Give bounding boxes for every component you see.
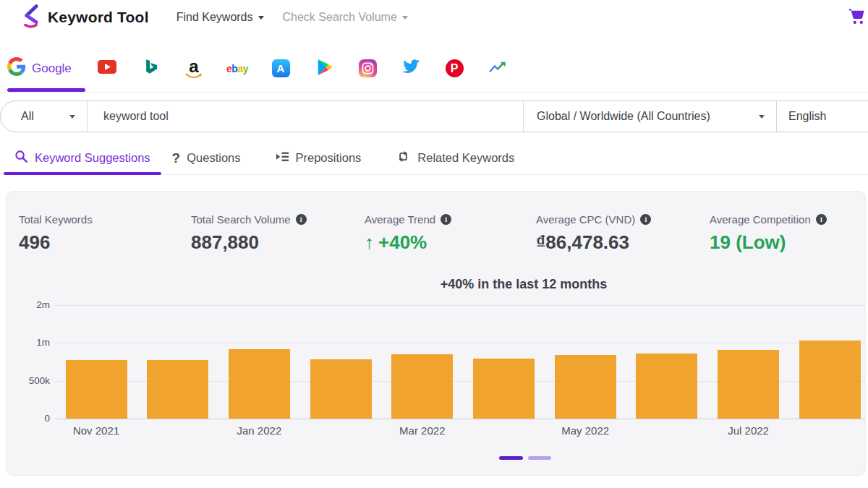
bar-nov-2021[interactable] (66, 360, 127, 419)
stat-label: Total Keywords (19, 213, 93, 226)
gridline-0 (55, 419, 865, 419)
top-header: Keyword Tool Find Keywords Check Search … (0, 0, 868, 35)
google-play-icon (316, 59, 332, 79)
chevron-down-icon (402, 16, 408, 20)
stat-value: 19 (Low) (710, 231, 786, 254)
active-tab-underline (7, 88, 85, 92)
stat-average-trend: Average Trendi↑+40% (365, 213, 451, 254)
platform-tab-amazon[interactable]: a (172, 50, 216, 87)
stat-value: ₫86,478.63 (536, 231, 629, 254)
x-axis-tick: Jan 2022 (219, 424, 299, 437)
tab-prepositions[interactable]: Prepositions (265, 142, 373, 174)
stat-value: +40% (378, 231, 427, 254)
x-axis-tick: Jul 2022 (709, 424, 788, 437)
platform-tab-bar: Google a ebay A (0, 35, 868, 93)
platform-tab-google-play[interactable] (302, 50, 346, 87)
nav-find-keywords[interactable]: Find Keywords (176, 11, 264, 24)
carousel-dot-active[interactable] (499, 456, 523, 460)
gridline-2m (55, 305, 865, 306)
bar-feb-2022[interactable] (310, 359, 372, 419)
x-axis-tick: Nov 2021 (56, 424, 136, 437)
bar-dec-2021[interactable] (147, 360, 208, 419)
stat-label: Average Trend (365, 213, 435, 226)
ebay-icon: ebay (226, 63, 248, 74)
tab-questions[interactable]: ? Questions (161, 142, 252, 174)
y-axis-tick: 2m (12, 299, 50, 310)
trend-up-arrow-icon: ↑ (365, 231, 374, 254)
bar-aug-2022[interactable] (799, 341, 861, 419)
bar-mar-2022[interactable] (391, 354, 453, 419)
chart-title: +40% in the last 12 months (7, 277, 866, 292)
prepositions-list-icon (276, 151, 289, 166)
carousel-dots (499, 456, 551, 460)
chevron-down-icon (69, 115, 75, 119)
nav-check-search-volume[interactable]: Check Search Volume (283, 11, 408, 24)
info-icon[interactable]: i (640, 214, 651, 225)
keyword-input-wrap (88, 101, 523, 132)
youtube-icon (98, 60, 116, 77)
info-icon[interactable]: i (296, 214, 307, 225)
stat-average-cpc-vnd: Average CPC (VND)i₫86,478.63 (536, 213, 651, 254)
stat-total-search-volume: Total Search Volumei887,880 (191, 213, 307, 254)
stat-average-competition: Average Competitioni19 (Low) (710, 213, 827, 254)
twitter-icon (402, 59, 420, 77)
y-axis-tick: 500k (12, 375, 50, 386)
google-trends-icon (488, 60, 507, 77)
platform-tab-ebay[interactable]: ebay (216, 50, 259, 87)
bar-may-2022[interactable] (555, 355, 616, 419)
platform-google-label: Google (32, 61, 72, 76)
carousel-dot[interactable] (528, 456, 551, 460)
language-select-value: English (788, 110, 826, 123)
stat-label: Average CPC (VND) (536, 213, 635, 226)
platform-tab-google[interactable]: Google (7, 50, 85, 87)
bar-apr-2022[interactable] (473, 359, 535, 419)
google-g-icon (7, 57, 26, 80)
platform-tab-pinterest[interactable]: P (433, 50, 476, 87)
tab-keyword-suggestions[interactable]: Keyword Suggestions (4, 142, 161, 174)
shopping-cart-icon[interactable] (847, 7, 867, 29)
instagram-icon (359, 59, 377, 77)
stat-label: Total Search Volume (191, 213, 291, 226)
stat-label: Average Competition (710, 213, 811, 226)
bar-jan-2022[interactable] (229, 349, 290, 419)
search-magnifier-icon (14, 150, 28, 166)
top-nav: Find Keywords Check Search Volume (176, 11, 408, 24)
pinterest-icon: P (446, 59, 464, 77)
gridline-1m (55, 343, 865, 343)
stat-total-keywords: Total Keywords496 (19, 213, 93, 254)
keyword-tool-logo-icon (22, 3, 41, 32)
keyword-input[interactable] (88, 110, 523, 123)
bing-icon (143, 59, 158, 79)
tab-related-keywords[interactable]: Related Keywords (385, 142, 525, 174)
platform-tab-instagram[interactable] (346, 50, 389, 87)
x-axis-tick: May 2022 (545, 424, 625, 437)
question-mark-icon: ? (172, 150, 181, 166)
search-bar: All Global / Worldwide (All Countries) E… (0, 100, 868, 132)
result-tab-bar: Keyword Suggestions ? Questions Preposit… (0, 142, 868, 175)
app-store-icon: A (272, 59, 290, 77)
results-overview-panel: Total Keywords496Total Search Volumei887… (6, 191, 866, 476)
x-axis-tick: Mar 2022 (383, 424, 462, 437)
platform-tab-twitter[interactable] (389, 50, 433, 87)
chevron-down-icon (759, 115, 765, 119)
brand-title: Keyword Tool (48, 9, 149, 26)
bar-jun-2022[interactable] (636, 354, 697, 419)
category-select[interactable]: All (1, 101, 88, 132)
y-axis-tick: 1m (12, 337, 50, 348)
platform-tab-google-trends[interactable] (476, 50, 519, 87)
amazon-icon: a (185, 58, 203, 80)
language-select[interactable]: English (776, 101, 868, 132)
chevron-down-icon (258, 16, 264, 20)
info-icon[interactable]: i (441, 214, 451, 225)
location-select-value: Global / Worldwide (All Countries) (537, 110, 710, 123)
stat-value: 887,880 (191, 231, 259, 254)
location-select[interactable]: Global / Worldwide (All Countries) (523, 101, 776, 132)
bar-jul-2022[interactable] (718, 350, 779, 419)
category-select-value: All (21, 110, 34, 123)
platform-tab-youtube[interactable] (85, 50, 129, 87)
platform-tab-bing[interactable] (129, 50, 172, 87)
y-axis-tick: 0 (12, 413, 50, 424)
platform-tab-app-store[interactable]: A (259, 50, 302, 87)
info-icon[interactable]: i (816, 214, 827, 225)
stat-value: 496 (19, 231, 50, 254)
